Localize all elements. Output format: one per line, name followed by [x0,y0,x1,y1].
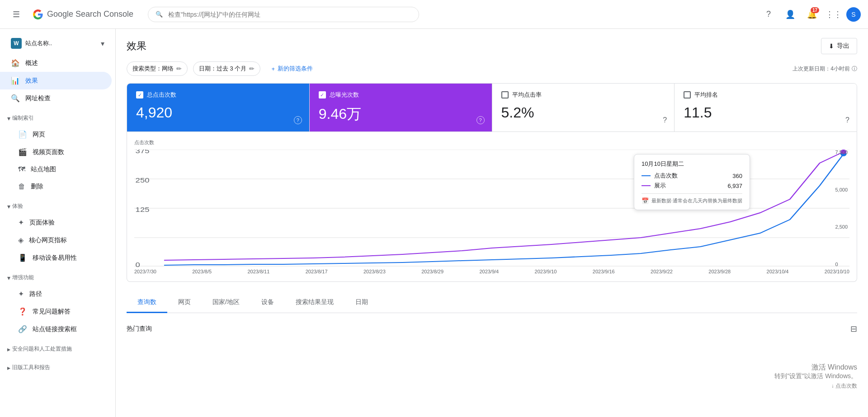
sidebar-label-url-inspection: 网址检查 [25,94,51,103]
indexing-section-header[interactable]: ▾ 编制索引 [0,111,115,126]
enhancements-section-header[interactable]: ▾ 增强功能 [0,270,115,285]
notifications-button[interactable]: 🔔 17 [803,5,821,23]
tab-search-appearance[interactable]: 搜索结果呈现 [285,293,344,313]
filter-bar: 搜索类型：网络 ✏ 日期：过去 3 个月 ✏ + 新的筛选条件 上次更新日期：4… [127,61,857,76]
metrics-row: 总点击次数 4,920 ? 总曝光次数 9.46万 ? [127,83,857,132]
sidebar: W 站点名称.. ▾ 🏠 概述 📊 效果 🔍 网址检查 ▾ 编制索引 📄 网页 [0,29,116,417]
date-label: 日期：过去 3 个月 [199,65,246,73]
chevron-enhancements-icon: ▾ [7,274,10,281]
sidebar-item-video-pages[interactable]: 🎬 视频页面数 [0,143,112,161]
x-label-4: 2023/8/23 [363,269,386,274]
tooltip-impressions-metric: 展示 [642,182,666,190]
metric-card-impressions[interactable]: 总曝光次数 9.46万 ? [310,84,492,131]
metric-impressions-checkbox[interactable] [319,91,326,98]
metric-card-ctr[interactable]: 平均点击率 5.2% ? [492,84,675,131]
sidebar-item-mobile[interactable]: 📱 移动设备易用性 [0,249,112,267]
help-button[interactable]: ? [760,5,778,23]
export-icon: ⬇ [829,42,834,50]
sidebar-label-pages: 网页 [33,131,45,139]
tab-countries[interactable]: 国家/地区 [202,293,250,313]
metric-position-help-icon[interactable]: ? [845,116,849,124]
chevron-down-icon: ▾ [101,39,104,48]
tooltip-clicks-value: 360 [732,173,742,179]
metric-impressions-help-icon[interactable]: ? [476,116,485,124]
sidebar-item-sitelinks[interactable]: 🔗 站点链接搜索框 [0,320,112,338]
chart-x-axis: 2023/7/30 2023/8/5 2023/8/11 2023/8/17 2… [134,269,849,274]
site-selector[interactable]: W 站点名称.. ▾ [4,34,112,52]
edit-date-icon: ✏ [249,65,255,72]
table-filter-icon[interactable]: ⊟ [850,324,857,334]
chart-right-labels: 7,500 5,000 2,500 0 [833,150,849,267]
sidebar-item-page-experience[interactable]: ✦ 页面体验 [0,214,112,231]
experience-section-header[interactable]: ▾ 体验 [0,199,115,214]
site-name: 站点名称.. [25,39,97,47]
x-label-1: 2023/8/5 [192,269,212,274]
metric-ctr-checkbox[interactable] [501,91,509,98]
metric-card-clicks[interactable]: 总点击次数 4,920 ? [127,84,310,131]
sidebar-item-removals[interactable]: 🗑 删除 [0,178,112,195]
sidebar-item-url-inspection[interactable]: 🔍 网址检查 [0,89,112,107]
sidebar-label-breadcrumbs: 路径 [29,290,42,298]
metric-ctr-value: 5.2% [501,104,665,121]
sidebar-label-removals: 删除 [31,183,43,191]
legacy-section-header[interactable]: ▸ 旧版工具和报告 [0,360,115,375]
search-bar[interactable]: 🔍 [148,7,419,22]
security-section-header[interactable]: ▸ 安全问题和人工处置措施 [0,342,115,356]
tooltip-impressions-line [642,185,651,186]
x-label-9: 2023/9/22 [651,269,673,274]
metric-ctr-help-icon[interactable]: ? [663,116,667,124]
sidebar-item-overview[interactable]: 🏠 概述 [0,54,112,72]
tab-pages[interactable]: 网页 [167,293,202,313]
tooltip-clicks-metric: 点击次数 [642,172,678,180]
sidebar-label-video-pages: 视频页面数 [33,148,64,156]
account-button[interactable]: 👤 [781,5,799,23]
chart-y-label: 点击次数 [134,139,849,146]
tab-dates[interactable]: 日期 [344,293,379,313]
x-label-2: 2023/8/11 [247,269,269,274]
removals-icon: 🗑 [18,183,25,191]
add-filter-button[interactable]: + 新的筛选条件 [266,62,318,75]
cwv-icon: ◈ [18,236,24,244]
sidebar-item-pages[interactable]: 📄 网页 [0,126,112,143]
tooltip-clicks-line [642,175,651,176]
search-nav-icon: 🔍 [11,94,20,103]
logo-text: Google Search Console [47,9,133,19]
metric-position-header: 平均排名 [684,91,848,99]
tooltip-clicks-row: 点击次数 360 [642,172,742,180]
metric-card-position[interactable]: 平均排名 11.5 ? [675,84,857,131]
topbar: ☰ Google Search Console 🔍 ? 👤 🔔 17 [0,0,868,29]
grid-button[interactable]: ⋮⋮ [825,5,843,23]
sidebar-item-performance[interactable]: 📊 效果 [0,72,112,89]
tab-queries[interactable]: 查询数 [127,293,167,313]
page-title: 效果 [127,39,146,53]
breadcrumbs-icon: ✦ [18,290,24,298]
metric-impressions-label: 总曝光次数 [330,91,359,99]
chart-tooltip: 10月10日星期二 点击次数 360 展示 [634,154,750,210]
sidebar-label-core-web-vitals: 核心网页指标 [29,236,67,244]
metric-clicks-help-icon[interactable]: ? [294,116,302,124]
table-header-row: 热门查询 ⊟ [127,320,857,337]
metric-clicks-value: 4,920 [136,104,300,121]
google-logo-icon [33,9,43,20]
export-button[interactable]: ⬇ 导出 [821,38,857,54]
x-label-12: 2023/10/10 [825,269,849,274]
layout: W 站点名称.. ▾ 🏠 概述 📊 效果 🔍 网址检查 ▾ 编制索引 📄 网页 [0,29,868,417]
x-label-7: 2023/9/10 [535,269,557,274]
sidebar-item-faq[interactable]: ❓ 常见问题解答 [0,303,112,320]
tab-devices[interactable]: 设备 [250,293,285,313]
metric-clicks-checkbox[interactable] [136,91,143,98]
menu-button[interactable]: ☰ [7,5,25,23]
search-input[interactable] [168,11,411,18]
search-type-filter[interactable]: 搜索类型：网络 ✏ [127,61,188,76]
metric-position-checkbox[interactable] [684,91,691,98]
sidebar-item-sitemap[interactable]: 🗺 站点地图 [0,161,112,178]
sidebar-item-core-web-vitals[interactable]: ◈ 核心网页指标 [0,231,112,249]
date-filter[interactable]: 日期：过去 3 个月 ✏ [193,61,260,76]
sidebar-label-sitelinks: 站点链接搜索框 [33,325,77,333]
sidebar-item-breadcrumbs[interactable]: ✦ 路径 [0,285,112,303]
chart-right-zero: 0 [835,262,848,267]
avatar[interactable]: S [846,7,861,22]
info-icon: ⓘ [852,65,857,73]
sidebar-label-sitemap: 站点地图 [31,165,56,173]
logo: Google Search Console [33,9,133,20]
